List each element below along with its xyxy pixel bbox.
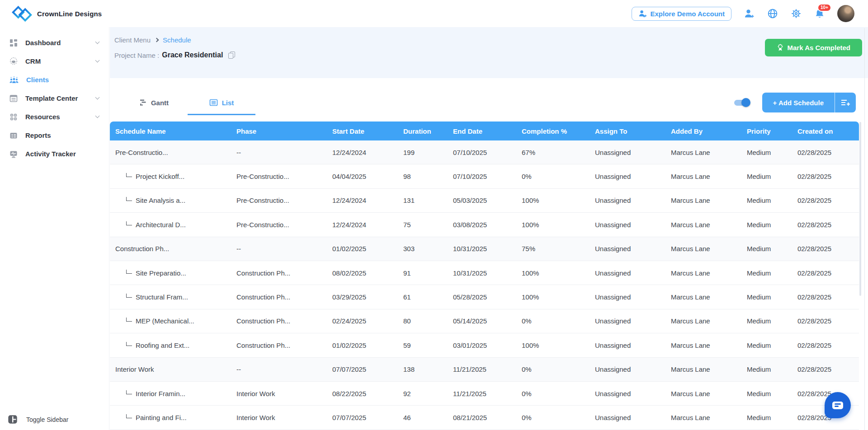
- tree-branch-icon: [126, 221, 132, 225]
- table-scrollbar-thumb[interactable]: [859, 122, 861, 296]
- mark-as-completed-button[interactable]: Mark As Completed: [765, 39, 862, 56]
- tabs-row: Gantt List: [110, 90, 868, 115]
- user-add-icon: [744, 9, 755, 19]
- table-row[interactable]: Interior Framin... Interior Work 08/22/2…: [110, 382, 859, 406]
- add-user-button[interactable]: [743, 8, 755, 19]
- notifications-button[interactable]: 10+: [814, 8, 826, 19]
- tab-list[interactable]: List: [188, 90, 255, 115]
- globe-icon: [767, 8, 778, 19]
- sidebar-item-activity-tracker[interactable]: Activity Tracker: [0, 145, 109, 163]
- cell-schedule-name: Painting and Fi...: [110, 414, 232, 421]
- cell-end-date: 07/10/2025: [448, 149, 517, 156]
- cell-completion: 100%: [517, 341, 590, 349]
- table-header-cell: Phase: [232, 127, 328, 135]
- cell-created-on: 02/28/2025: [793, 221, 859, 229]
- table-row[interactable]: Pre-Constructio... -- 12/24/2024 199 07/…: [110, 140, 859, 164]
- tree-branch-icon: [126, 197, 132, 201]
- toggle-sidebar-button[interactable]: Toggle Sidebar: [8, 415, 68, 424]
- table-row[interactable]: Roofing and Ext... Construction Ph... 01…: [110, 333, 859, 357]
- cell-schedule-name: Interior Framin...: [110, 390, 232, 397]
- cell-end-date: 03/08/2025: [448, 221, 517, 229]
- table-header-cell: Created on: [793, 127, 859, 135]
- cell-phase: --: [232, 365, 328, 373]
- table-row[interactable]: Construction Ph... -- 01/02/2025 303 10/…: [110, 237, 859, 261]
- table-row[interactable]: Interior Work -- 07/07/2025 138 11/21/20…: [110, 358, 859, 382]
- table-row[interactable]: Site Analysis a... Pre-Constructio... 12…: [110, 189, 859, 213]
- cell-start-date: 08/22/2025: [328, 390, 399, 397]
- view-toggle-switch[interactable]: [733, 98, 750, 107]
- cell-schedule-name: Project Kickoff...: [110, 173, 232, 180]
- cell-created-on: 02/28/2025: [793, 173, 859, 180]
- sidebar-item-resources[interactable]: Resources: [0, 108, 109, 126]
- cell-assign-to: Unassigned: [590, 221, 666, 229]
- copy-icon[interactable]: [228, 51, 236, 59]
- cell-duration: 92: [399, 390, 448, 397]
- explore-demo-account-button[interactable]: Explore Demo Account: [632, 7, 731, 21]
- add-schedule-label[interactable]: + Add Schedule: [762, 93, 835, 112]
- cell-assign-to: Unassigned: [590, 196, 666, 204]
- main-content: Client Menu Schedule Project Name : Grac…: [110, 27, 868, 430]
- cell-completion: 0%: [517, 317, 590, 325]
- cell-duration: 59: [399, 341, 448, 349]
- tree-branch-icon: [126, 390, 132, 394]
- cell-created-on: 02/28/2025: [793, 269, 859, 277]
- cell-added-by: Marcus Lane: [666, 149, 742, 156]
- top-bar-actions: Explore Demo Account: [632, 5, 861, 22]
- cell-priority: Medium: [742, 365, 793, 373]
- toggle-sidebar-label: Toggle Sidebar: [26, 416, 68, 423]
- cell-phase: Interior Work: [232, 414, 328, 421]
- list-icon: [209, 98, 218, 107]
- cell-schedule-name: Site Analysis a...: [110, 196, 232, 204]
- chat-widget-button[interactable]: [825, 392, 851, 418]
- top-bar: CrownLine Designs Explore Demo Account: [0, 0, 868, 27]
- language-button[interactable]: [767, 8, 778, 19]
- cell-priority: Medium: [742, 390, 793, 397]
- cell-schedule-name: Roofing and Ext...: [110, 341, 232, 349]
- table-row[interactable]: Structural Fram... Construction Ph... 03…: [110, 285, 859, 309]
- add-schedule-button[interactable]: + Add Schedule: [762, 93, 856, 112]
- sidebar-item-clients[interactable]: Clients: [0, 70, 109, 89]
- cell-start-date: 08/02/2025: [328, 269, 399, 277]
- cell-phase: Construction Ph...: [232, 293, 328, 301]
- tab-gantt[interactable]: Gantt: [120, 90, 188, 115]
- table-row[interactable]: Project Kickoff... Pre-Constructio... 04…: [110, 164, 859, 188]
- cell-priority: Medium: [742, 269, 793, 277]
- cell-phase: Construction Ph...: [232, 341, 328, 349]
- table-header-cell: Priority: [742, 127, 793, 135]
- sidebar-item-reports[interactable]: Reports: [0, 126, 109, 145]
- table-header-cell: Schedule Name: [110, 127, 232, 135]
- cell-assign-to: Unassigned: [590, 414, 666, 421]
- table-row[interactable]: MEP (Mechanical... Construction Ph... 02…: [110, 309, 859, 333]
- user-switch-icon: [638, 10, 647, 18]
- breadcrumb-client-menu[interactable]: Client Menu: [114, 36, 151, 44]
- cell-assign-to: Unassigned: [590, 269, 666, 277]
- cell-added-by: Marcus Lane: [666, 221, 742, 229]
- settings-button[interactable]: [790, 8, 802, 19]
- sidebar-item-dashboard[interactable]: Dashboard: [0, 33, 109, 52]
- crm-icon: [9, 57, 18, 66]
- page-header-band: Client Menu Schedule Project Name : Grac…: [110, 27, 868, 78]
- breadcrumb-schedule: Schedule: [163, 36, 191, 44]
- cell-schedule-name: MEP (Mechanical...: [110, 317, 232, 325]
- table-row[interactable]: Site Preparatio... Construction Ph... 08…: [110, 261, 859, 285]
- cell-created-on: 02/28/2025: [793, 245, 859, 252]
- add-schedule-menu-button[interactable]: [835, 93, 856, 112]
- sidebar-item-template-center[interactable]: Template Center: [0, 89, 109, 108]
- cell-added-by: Marcus Lane: [666, 293, 742, 301]
- brand-logo[interactable]: CrownLine Designs: [12, 3, 102, 24]
- cell-assign-to: Unassigned: [590, 293, 666, 301]
- user-avatar[interactable]: [837, 5, 854, 22]
- table-row[interactable]: Painting and Fi... Interior Work 07/07/2…: [110, 406, 859, 430]
- brand-name: CrownLine Designs: [37, 10, 102, 18]
- chat-icon: [832, 402, 843, 409]
- cell-added-by: Marcus Lane: [666, 173, 742, 180]
- cell-assign-to: Unassigned: [590, 365, 666, 373]
- cell-created-on: 02/28/2025: [793, 149, 859, 156]
- cell-schedule-name: Construction Ph...: [110, 245, 232, 252]
- cell-end-date: 03/01/2025: [448, 341, 517, 349]
- cell-phase: Construction Ph...: [232, 317, 328, 325]
- table-row[interactable]: Architectural D... Pre-Constructio... 12…: [110, 213, 859, 237]
- template-center-icon: [9, 94, 18, 103]
- sidebar-item-crm[interactable]: CRM: [0, 52, 109, 70]
- cell-start-date: 03/29/2025: [328, 293, 399, 301]
